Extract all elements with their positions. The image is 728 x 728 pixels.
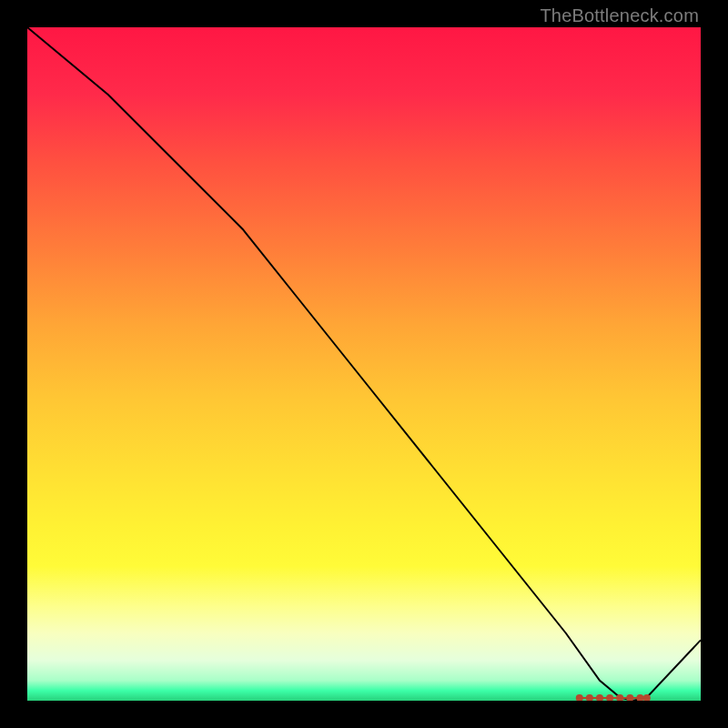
frame-bottom	[0, 701, 728, 728]
watermark-text: TheBottleneck.com	[540, 5, 699, 26]
main-curve	[27, 27, 701, 701]
chart-svg	[27, 27, 701, 701]
frame-right	[701, 0, 728, 728]
frame-left	[0, 0, 27, 728]
chart-container: TheBottleneck.com	[0, 0, 728, 728]
curve-group	[27, 27, 701, 701]
